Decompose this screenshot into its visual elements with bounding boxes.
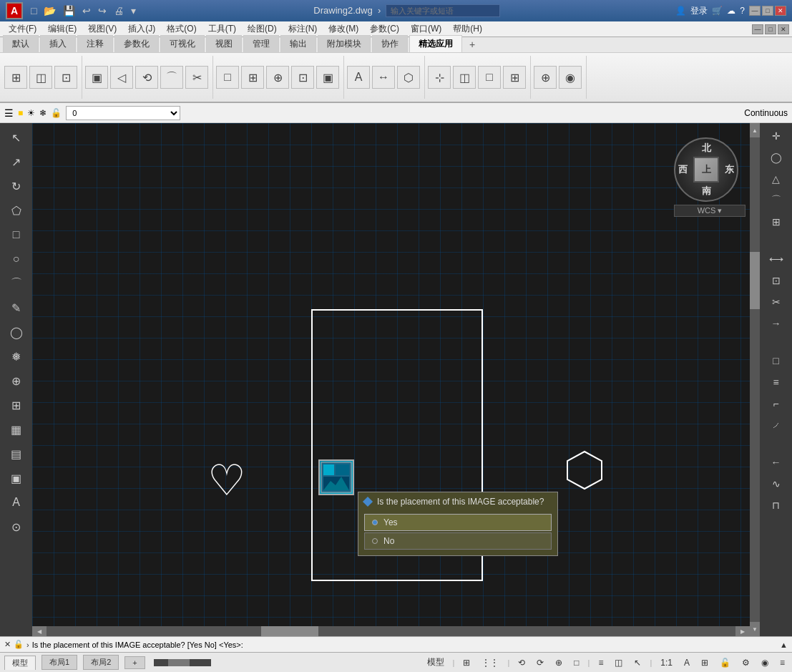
arc-tool[interactable]: ⌒ <box>5 272 28 295</box>
right-tool-cut[interactable]: ✂ <box>765 292 788 312</box>
snap-icon[interactable]: ⋮⋮ <box>479 656 502 669</box>
inner-maximize-button[interactable]: □ <box>765 24 776 34</box>
modify-btn5[interactable]: ▣ <box>316 66 339 89</box>
compass-center[interactable]: 上 <box>693 157 719 182</box>
transparency-icon[interactable]: ◫ <box>612 656 625 669</box>
open-icon[interactable]: 📂 <box>41 4 58 18</box>
menu-tools[interactable]: 工具(T) <box>202 21 242 36</box>
menu-file[interactable]: 文件(F) <box>3 21 42 36</box>
layer-btn3[interactable]: ⊡ <box>54 66 77 89</box>
right-tool-lines[interactable]: ≡ <box>765 372 788 392</box>
tab-parametric[interactable]: 参数化 <box>114 35 159 52</box>
right-tool-box[interactable]: ⊓ <box>765 495 788 515</box>
menu-modify[interactable]: 修改(M) <box>323 21 364 36</box>
tool-btn1[interactable]: ⊹ <box>428 66 451 89</box>
vscroll-up-button[interactable]: ▲ <box>750 123 760 137</box>
hscroll-left-button[interactable]: ◀ <box>32 626 47 636</box>
hscrollbar-area[interactable] <box>154 659 211 666</box>
rectangle-tool[interactable]: □ <box>5 223 28 246</box>
modify-btn2[interactable]: ⊞ <box>241 66 264 89</box>
text-tool[interactable]: A <box>5 491 28 514</box>
insert-btn1[interactable]: ⊕ <box>534 66 557 89</box>
polar-icon[interactable]: ⟳ <box>534 656 547 669</box>
lineweight-icon[interactable]: ≡ <box>595 656 606 669</box>
right-tool-arrow2[interactable]: → <box>765 313 788 333</box>
annot-btn1[interactable]: A <box>347 66 370 89</box>
hscrollbar-thumb[interactable] <box>168 659 190 666</box>
draw-btn1[interactable]: ▣ <box>85 66 108 89</box>
ortho-icon[interactable]: ⟲ <box>515 656 528 669</box>
anno-icon[interactable]: A <box>681 656 693 669</box>
right-tool-diagonal[interactable]: ⟋ <box>765 415 788 435</box>
ellipse-tool[interactable]: ◯ <box>5 321 28 344</box>
save-icon[interactable]: 💾 <box>61 4 77 18</box>
menu-dimension[interactable]: 标注(N) <box>283 21 323 36</box>
tab-addons[interactable]: 附加模块 <box>318 35 371 52</box>
hscroll-right-button[interactable]: ▶ <box>735 626 750 636</box>
right-tool-scale[interactable]: ⊡ <box>765 271 788 291</box>
lock-cmd-icon[interactable]: 🔓 <box>14 640 24 649</box>
line-tool[interactable]: ✎ <box>5 296 28 319</box>
add-tab-button[interactable]: + <box>464 36 481 52</box>
right-tool-circle[interactable]: ◯ <box>765 147 788 167</box>
annot-btn3[interactable]: ⬡ <box>397 66 420 89</box>
menu-param[interactable]: 参数(C) <box>364 21 405 36</box>
close-cmd-icon[interactable]: ✕ <box>4 640 11 649</box>
tab-collab[interactable]: 协作 <box>372 35 408 52</box>
select-tool[interactable]: ↖ <box>5 126 28 149</box>
menu-draw[interactable]: 绘图(D) <box>242 21 283 36</box>
layer-btn2[interactable]: ◫ <box>29 66 52 89</box>
right-tool-curve[interactable]: ⌒ <box>765 190 788 210</box>
cart-icon[interactable]: 🛒 <box>712 6 723 16</box>
tab-output[interactable]: 输出 <box>280 35 316 52</box>
circle-tool[interactable]: ○ <box>5 248 28 271</box>
redo-icon[interactable]: ↪ <box>96 4 109 18</box>
canvas-vscrollbar[interactable]: ▲ ▼ <box>750 123 760 636</box>
layout1-tab[interactable]: 布局1 <box>41 655 77 670</box>
canvas-hscrollbar[interactable]: ◀ ▶ <box>32 626 750 636</box>
ws-icon[interactable]: ⊞ <box>698 656 711 669</box>
modify-btn3[interactable]: ⊕ <box>266 66 289 89</box>
hardware-icon[interactable]: ⚙ <box>739 656 753 669</box>
new-icon[interactable]: □ <box>29 4 39 18</box>
dialog-no-button[interactable]: No <box>364 532 552 550</box>
maximize-button[interactable]: □ <box>762 6 773 16</box>
tab-featured[interactable]: 精选应用 <box>409 35 462 52</box>
tab-manage[interactable]: 管理 <box>243 35 279 52</box>
right-tool-crosshair[interactable]: ✛ <box>765 126 788 146</box>
print-icon[interactable]: 🖨 <box>112 4 126 18</box>
model-tab[interactable]: 模型 <box>4 656 36 670</box>
command-input[interactable] <box>32 641 780 649</box>
tab-default[interactable]: 默认 <box>3 35 39 52</box>
close-button[interactable]: ✕ <box>775 6 786 16</box>
vscroll-down-button[interactable]: ▼ <box>750 622 760 636</box>
right-tool-arrow[interactable]: △ <box>765 169 788 189</box>
tab-view[interactable]: 视图 <box>206 35 242 52</box>
draw-btn5[interactable]: ✂ <box>185 66 208 89</box>
layer-menu-icon[interactable]: ☰ <box>4 107 14 119</box>
menu-format[interactable]: 格式(O) <box>161 21 202 36</box>
right-tool-square[interactable]: □ <box>765 351 788 371</box>
menu-view[interactable]: 视图(V) <box>82 21 122 36</box>
polygon-tool[interactable]: ⬠ <box>5 199 28 222</box>
menu-help[interactable]: 帮助(H) <box>447 21 488 36</box>
snap2-icon[interactable]: ⊕ <box>552 656 565 669</box>
user-icon[interactable]: 👤 <box>675 6 686 16</box>
layer-on-icon[interactable]: ☀ <box>27 108 35 118</box>
inner-close-button[interactable]: ✕ <box>778 24 789 34</box>
annot-btn2[interactable]: ↔ <box>372 66 395 89</box>
cmd-scroll-up[interactable]: ▲ <box>780 641 788 649</box>
tool-btn2[interactable]: ◫ <box>453 66 476 89</box>
tool-btn4[interactable]: ⊞ <box>503 66 526 89</box>
tool-btn3[interactable]: □ <box>478 66 501 89</box>
isolate-icon[interactable]: ◉ <box>758 656 771 669</box>
modify-btn1[interactable]: □ <box>216 66 239 89</box>
right-tool-corner[interactable]: ⌐ <box>765 394 788 414</box>
wcs-label[interactable]: WCS ▾ <box>674 205 745 217</box>
modify-btn4[interactable]: ⊡ <box>291 66 314 89</box>
pattern-tool[interactable]: ▦ <box>5 418 28 441</box>
lock2-icon[interactable]: 🔓 <box>717 656 733 669</box>
inner-minimize-button[interactable]: — <box>752 24 763 34</box>
star-tool[interactable]: ❅ <box>5 345 28 368</box>
hscroll-thumb[interactable] <box>261 626 318 636</box>
